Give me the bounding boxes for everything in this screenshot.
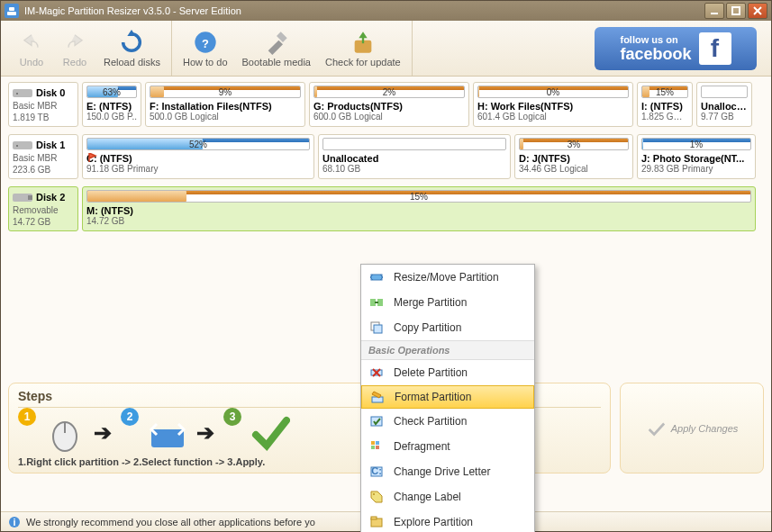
menu-item-format[interactable]: Format Partition xyxy=(361,385,534,409)
facebook-f-icon: f xyxy=(699,32,731,65)
step-3-badge: 3 xyxy=(223,408,241,426)
menu-item-label: Format Partition xyxy=(395,391,471,403)
svg-rect-30 xyxy=(371,417,382,426)
redo-icon xyxy=(62,30,87,55)
menu-item-delete[interactable]: Delete Partition xyxy=(361,360,534,385)
menu-item-label: Delete Partition xyxy=(394,366,468,379)
bootable-media-button[interactable]: Bootable media xyxy=(235,26,318,71)
menu-item-copy[interactable]: Copy Partition xyxy=(361,315,534,340)
partition[interactable]: 9%F: Installation Files(NTFS)500.0 GB Lo… xyxy=(145,82,305,127)
titlebar: IM-Magic Partition Resizer v3.5.0 - Serv… xyxy=(1,1,771,21)
partition[interactable]: Unalloca...9.77 GB xyxy=(696,82,752,127)
usage-pct: 9% xyxy=(219,86,232,98)
svg-rect-31 xyxy=(371,441,375,445)
menu-item-defrag[interactable]: Defragment xyxy=(361,434,534,459)
menu-item-explore[interactable]: Explore Partition xyxy=(361,509,534,532)
menu-item-label[interactable]: Change Label xyxy=(361,484,534,509)
partition-sub: 9.77 GB xyxy=(701,112,748,122)
status-text: We strongly recommend you close all othe… xyxy=(26,517,315,527)
disk-1-label[interactable]: Disk 1 Basic MBR 223.6 GB xyxy=(8,134,78,179)
help-icon: ? xyxy=(193,30,218,55)
svg-point-13 xyxy=(16,145,18,147)
resize-icon xyxy=(148,413,187,453)
menu-item-label: Resize/Move Partition xyxy=(394,271,499,284)
menu-item-label: Copy Partition xyxy=(394,321,461,334)
menu-item-label: Check Partition xyxy=(394,415,467,428)
partition-name: E: (NTFS) xyxy=(86,101,137,112)
info-icon: i xyxy=(8,516,21,528)
step-1-badge: 1 xyxy=(18,408,36,426)
svg-text:C:: C: xyxy=(371,465,382,476)
reload-icon xyxy=(119,30,144,55)
maximize-button[interactable] xyxy=(726,3,746,19)
usage-bar: 0% xyxy=(477,86,629,98)
arrow-icon: ➔ xyxy=(196,420,214,446)
svg-rect-15 xyxy=(28,195,32,200)
svg-rect-34 xyxy=(376,446,379,449)
menu-item-label: Explore Partition xyxy=(394,516,473,528)
main-window: IM-Magic Partition Resizer v3.5.0 - Serv… xyxy=(0,0,772,532)
partition[interactable]: 15%I: (NTFS)1.825 GB L.. xyxy=(637,82,693,127)
explore-icon xyxy=(368,514,385,530)
disk-2-label[interactable]: Disk 2 Removable 14.72 GB xyxy=(8,186,78,231)
minimize-button[interactable] xyxy=(704,3,724,19)
menu-item-merge[interactable]: Merge Partition xyxy=(361,290,534,315)
partition[interactable]: Unallocated68.10 GB xyxy=(318,134,511,179)
disk-row-1: Disk 1 Basic MBR 223.6 GB 52%C: (NTFS)91… xyxy=(8,134,764,179)
defrag-icon xyxy=(368,438,385,455)
boot-flag-icon xyxy=(88,153,97,162)
redo-button[interactable]: Redo xyxy=(53,26,96,71)
partition[interactable]: 15%M: (NTFS)14.72 GB xyxy=(82,186,756,231)
usb-icon xyxy=(13,191,32,203)
close-button[interactable] xyxy=(748,3,767,19)
window-title: IM-Magic Partition Resizer v3.5.0 - Serv… xyxy=(24,5,704,16)
partition[interactable]: 63%E: (NTFS)150.0 GB P.. xyxy=(82,82,141,127)
partition-sub: 1.825 GB L.. xyxy=(641,112,688,122)
svg-rect-39 xyxy=(371,517,377,519)
disk-0-label[interactable]: Disk 0 Basic MBR 1.819 TB xyxy=(8,82,78,127)
context-menu-section-header: Basic Operations xyxy=(361,340,534,360)
mouse-icon xyxy=(45,413,85,453)
check-update-button[interactable]: Check for update xyxy=(318,26,408,71)
svg-rect-3 xyxy=(732,7,740,14)
partition-sub: 601.4 GB Logical xyxy=(477,112,629,122)
resize-icon xyxy=(368,269,385,285)
menu-item-drive-letter[interactable]: C:Change Drive Letter xyxy=(361,459,534,484)
usage-pct: 3% xyxy=(568,139,580,150)
menu-item-label: Merge Partition xyxy=(394,296,467,309)
apply-changes-button[interactable]: Apply Changes xyxy=(646,419,739,438)
hdd-icon xyxy=(13,139,32,151)
usage-bar: 9% xyxy=(150,86,301,98)
partition[interactable]: 2%G: Products(NTFS)600.0 GB Logical xyxy=(309,82,469,127)
reload-disks-button[interactable]: Reload disks xyxy=(96,26,168,71)
partition-sub: 68.10 GB xyxy=(322,164,506,174)
menu-item-label: Defragment xyxy=(394,440,450,453)
partition-name: F: Installation Files(NTFS) xyxy=(150,101,301,112)
menu-item-resize[interactable]: Resize/Move Partition xyxy=(361,265,534,290)
partition[interactable]: 3%D: J(NTFS)34.46 GB Logical xyxy=(514,134,633,179)
partition[interactable]: 0%H: Work Files(NTFS)601.4 GB Logical xyxy=(473,82,633,127)
svg-point-37 xyxy=(373,493,375,495)
partition-sub: 600.0 GB Logical xyxy=(313,112,465,122)
partition[interactable]: 52%C: (NTFS)91.18 GB Primary xyxy=(82,134,314,179)
check-icon xyxy=(368,413,385,429)
partition-name: J: Photo Storage(NT... xyxy=(641,153,751,164)
partition-name: H: Work Files(NTFS) xyxy=(477,101,629,112)
partition-sub: 29.83 GB Primary xyxy=(641,164,751,174)
menu-item-check[interactable]: Check Partition xyxy=(361,409,534,434)
merge-icon xyxy=(368,294,385,311)
steps-panel: Steps 1 ➔ 2 ➔ 3 1.Right click partition … xyxy=(8,383,413,473)
checkmark-icon xyxy=(250,413,290,453)
apply-icon xyxy=(646,419,666,438)
usage-bar: 3% xyxy=(519,138,629,150)
undo-button[interactable]: Undo xyxy=(10,26,53,71)
facebook-button[interactable]: follow us on facebook f xyxy=(595,27,757,70)
usage-bar: 15% xyxy=(641,86,688,98)
update-icon xyxy=(350,30,376,55)
window-controls xyxy=(704,3,767,19)
usage-pct: 2% xyxy=(383,86,395,98)
svg-rect-0 xyxy=(7,12,16,15)
svg-rect-33 xyxy=(371,446,375,449)
how-to-button[interactable]: ? How to do xyxy=(176,26,235,71)
partition[interactable]: 1%J: Photo Storage(NT...29.83 GB Primary xyxy=(637,134,756,179)
